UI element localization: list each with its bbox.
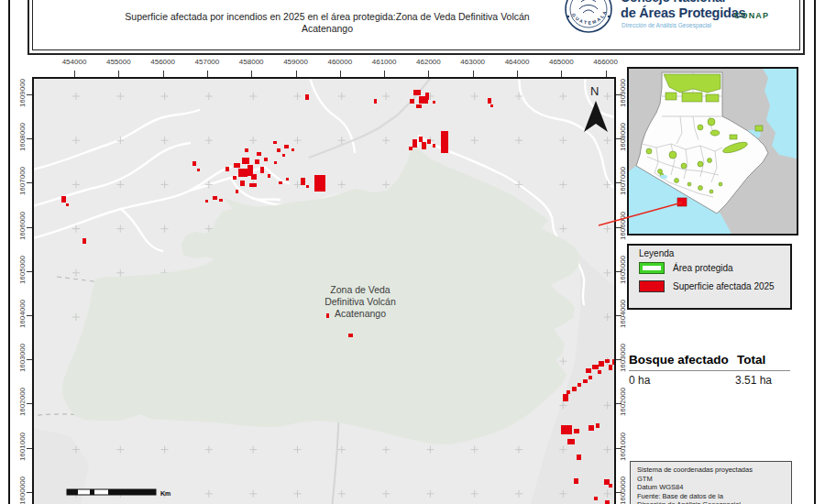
fire-patch (245, 148, 248, 152)
fire-patch (588, 376, 592, 379)
fire-patch (226, 167, 229, 171)
fire-patch (594, 497, 598, 500)
axis-label: 464000 (495, 58, 539, 66)
fire-patch (205, 200, 208, 203)
axis-label: 454000 (52, 58, 96, 66)
axis-tick (163, 71, 164, 77)
fire-patch (264, 158, 268, 161)
fire-patch (251, 174, 257, 180)
fire-patch (609, 365, 612, 370)
north-arrow-icon: N (584, 84, 608, 132)
axis-label: 1600000 (18, 465, 27, 504)
fire-patch (249, 183, 257, 187)
axis-label: 465000 (539, 58, 583, 66)
stats-header-total: Total (737, 353, 765, 367)
axis-tick (296, 71, 297, 77)
org-name-line1: Consejo Nacional (621, 0, 725, 5)
fire-patch (242, 158, 249, 164)
stats-value-affected: 0 ha (629, 374, 650, 387)
fire-patch (433, 101, 435, 104)
axis-label: 456000 (141, 58, 185, 66)
fire-patch (260, 167, 264, 173)
fire-patch (277, 148, 280, 152)
axis-tick (473, 71, 474, 77)
stats-header-affected: Bosque afectado (629, 353, 729, 367)
fire-patch (238, 169, 248, 177)
fire-patch (301, 178, 305, 185)
scale-bar-unit: Km (160, 490, 170, 497)
fire-patch (612, 359, 616, 365)
fire-patch (605, 500, 610, 504)
axis-tick (616, 271, 622, 272)
fire-patch (583, 379, 588, 383)
fire-patch (433, 144, 435, 148)
fire-patch (609, 484, 612, 488)
axis-tick (616, 403, 622, 404)
projection-info-box: Sistema de coordenadas proyectadasGTMDat… (630, 461, 792, 504)
axis-tick (251, 71, 252, 77)
fire-patch (490, 104, 493, 107)
axis-label: 460000 (318, 58, 362, 66)
axis-tick (207, 71, 208, 77)
axis-tick (616, 492, 622, 493)
fire-patch (566, 390, 570, 394)
projection-info-line: Sistema de coordenadas proyectadas (637, 466, 791, 475)
fire-patch (284, 145, 289, 148)
fire-patch (586, 368, 591, 373)
axis-label: 455000 (96, 58, 140, 66)
north-arrow-label: N (590, 84, 599, 98)
axis-label: 466000 (584, 58, 628, 66)
inset-locator-map (627, 67, 798, 236)
axis-tick (616, 315, 622, 316)
axis-label: 1607000 (619, 156, 627, 207)
org-subtitle: Dirección de Análisis Geoespacial (622, 22, 711, 28)
fire-patch (61, 196, 66, 203)
axis-tick (118, 71, 119, 77)
fire-patch (268, 174, 270, 178)
projection-info-line: GTM (637, 475, 791, 484)
lake-atitlan (660, 175, 667, 179)
fire-patch (592, 365, 599, 369)
fire-patch (422, 142, 426, 149)
fire-patch (234, 163, 240, 168)
axis-tick (606, 71, 607, 77)
fire-patch (416, 104, 422, 108)
axis-tick (616, 138, 622, 139)
fire-patch (599, 361, 604, 367)
axis-tick (616, 448, 622, 449)
axis-label: 461000 (362, 58, 406, 66)
title-banner: Superficie afectada por incendios en 202… (28, 0, 805, 55)
fire-patch (588, 425, 594, 431)
fire-patch (257, 152, 261, 156)
axis-tick (384, 71, 385, 77)
projection-info-line: Datum WGS84 (637, 483, 791, 492)
fire-patch (282, 154, 285, 157)
fire-patch (427, 139, 431, 144)
org-name-line2: de Áreas Protegidas (621, 5, 745, 20)
axis-label: 1602000 (18, 377, 27, 428)
fire-patch (412, 139, 417, 148)
map-title: Superficie afectada por incendios en 202… (110, 11, 544, 35)
fire-patch (419, 137, 423, 142)
fire-patch (236, 190, 238, 193)
fire-patch (488, 98, 491, 104)
fire-patch (213, 196, 217, 200)
conap-logo-icon (732, 0, 772, 11)
axis-label: 1607000 (18, 156, 27, 207)
axis-tick (74, 71, 75, 77)
axis-label: 1602000 (619, 377, 627, 428)
study-area-marker (677, 198, 687, 206)
fire-patch (563, 394, 568, 401)
fire-patch (279, 181, 282, 184)
fire-patch (574, 429, 579, 433)
axis-tick (561, 71, 562, 77)
fire-patch (240, 181, 245, 186)
fire-patch (374, 99, 377, 104)
axis-tick (340, 71, 341, 77)
fire-patch (292, 148, 294, 151)
conap-logo-label: CONAP (732, 11, 772, 20)
fire-patch (605, 359, 610, 363)
fire-patch (66, 203, 69, 206)
axis-label: 1600000 (619, 465, 627, 504)
fire-patch (273, 141, 277, 144)
